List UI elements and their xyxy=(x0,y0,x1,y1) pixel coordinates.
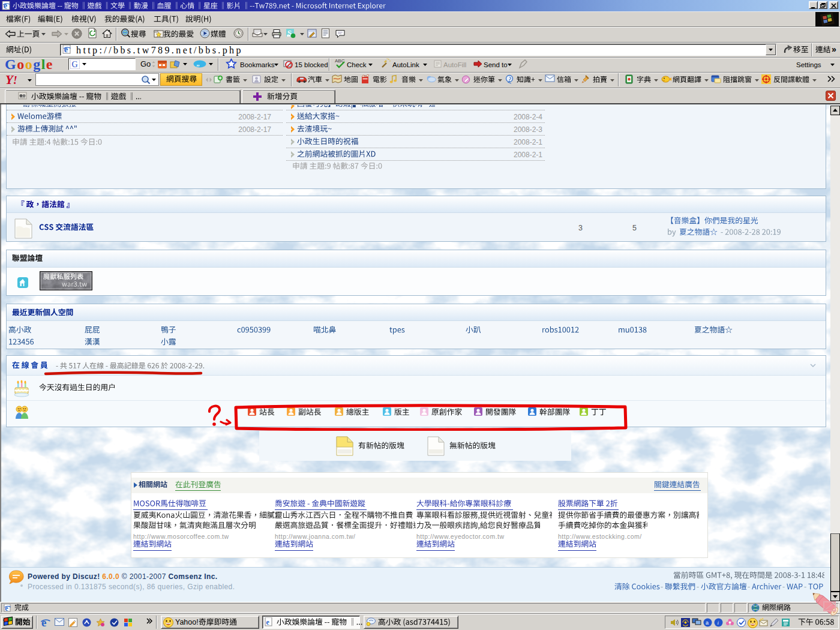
svg-text:,,: ,, xyxy=(197,61,200,67)
svg-text:e: e xyxy=(5,604,8,612)
svg-text:a: a xyxy=(706,620,709,626)
svg-text:e: e xyxy=(64,45,68,54)
svg-text:e: e xyxy=(4,1,7,10)
svg-text:e: e xyxy=(266,618,270,626)
svg-text:G: G xyxy=(72,60,78,69)
